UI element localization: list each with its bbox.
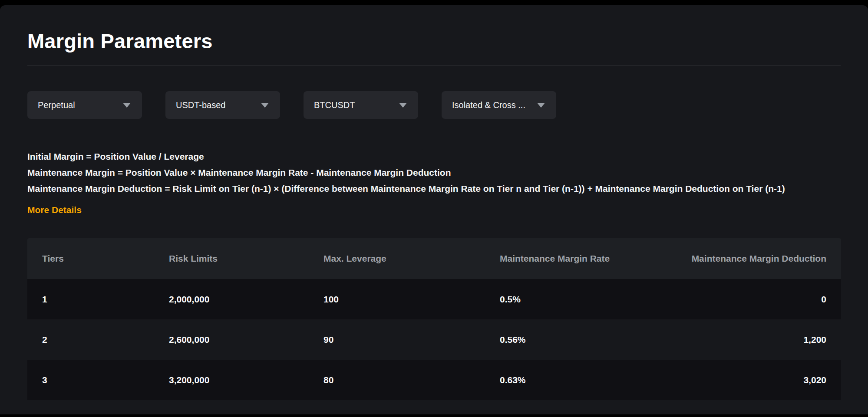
cell-risk-limit: 2,600,000 [169,335,323,345]
caret-down-icon [261,103,269,108]
cell-maintenance-margin-rate: 0.5% [500,294,686,305]
cell-max-leverage: 100 [323,294,500,305]
settlement-asset-value: USDT-based [176,100,226,110]
contract-type-select[interactable]: Perpetual [27,91,142,119]
table-row: 1 2,000,000 100 0.5% 0 [27,279,841,319]
formula-maintenance-margin-deduction: Maintenance Margin Deduction = Risk Limi… [27,181,805,197]
cell-max-leverage: 90 [323,335,500,345]
cell-risk-limit: 3,200,000 [169,375,323,385]
column-header-maintenance-margin-rate: Maintenance Margin Rate [500,253,686,264]
table-header-row: Tiers Risk Limits Max. Leverage Maintena… [27,238,841,279]
margin-mode-value: Isolated & Cross ... [452,100,525,110]
caret-down-icon [537,103,545,108]
cell-max-leverage: 80 [323,375,500,385]
filter-bar: Perpetual USDT-based BTCUSDT Isolated & … [27,91,841,119]
column-header-tiers: Tiers [42,253,169,264]
cell-maintenance-margin-rate: 0.63% [500,375,686,385]
margin-tiers-table: Tiers Risk Limits Max. Leverage Maintena… [27,238,841,400]
cell-tier: 1 [42,294,169,305]
more-details-link[interactable]: More Details [27,202,82,218]
table-row: 3 3,200,000 80 0.63% 3,020 [27,360,841,400]
formula-maintenance-margin: Maintenance Margin = Position Value × Ma… [27,164,805,181]
formula-block: Initial Margin = Position Value / Levera… [27,148,805,218]
column-header-maintenance-margin-deduction: Maintenance Margin Deduction [686,253,826,264]
cell-maintenance-margin-deduction: 1,200 [686,335,826,345]
contract-type-value: Perpetual [38,100,75,110]
cell-maintenance-margin-deduction: 0 [686,294,826,305]
column-header-risk-limits: Risk Limits [169,253,323,264]
cell-risk-limit: 2,000,000 [169,294,323,305]
title-divider [27,65,841,66]
symbol-select[interactable]: BTCUSDT [304,91,418,119]
formula-initial-margin: Initial Margin = Position Value / Levera… [27,148,805,164]
caret-down-icon [399,103,407,108]
caret-down-icon [123,103,131,108]
symbol-value: BTCUSDT [314,100,355,110]
cell-maintenance-margin-rate: 0.56% [500,335,686,345]
margin-parameters-panel: Margin Parameters Perpetual USDT-based B… [0,5,868,414]
settlement-asset-select[interactable]: USDT-based [165,91,280,119]
margin-mode-select[interactable]: Isolated & Cross ... [442,91,556,119]
cell-tier: 2 [42,335,169,345]
column-header-max-leverage: Max. Leverage [323,253,500,264]
table-row: 2 2,600,000 90 0.56% 1,200 [27,319,841,360]
cell-maintenance-margin-deduction: 3,020 [686,375,826,385]
page-title: Margin Parameters [27,5,841,54]
cell-tier: 3 [42,375,169,385]
